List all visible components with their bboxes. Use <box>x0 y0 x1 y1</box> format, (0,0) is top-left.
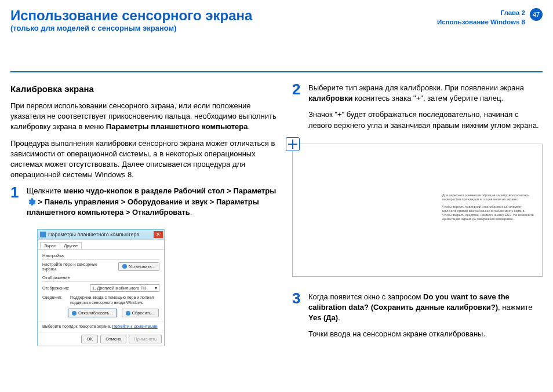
step-3-p2: Точки ввода на сенсорном экране откалибр… <box>308 329 543 339</box>
ok-button[interactable]: OK <box>81 335 98 343</box>
intro-paragraph-1: При первом использовании сенсорного экра… <box>10 101 277 133</box>
step-3-p1: Когда появится окно с запросом Do you wa… <box>308 292 543 324</box>
step-2-p2: Значок "+" будет отображаться последоват… <box>308 109 543 130</box>
chapter-block: Глава 2 Использование Windows 8 47 <box>437 8 543 27</box>
chapter-sub: Использование Windows 8 <box>437 17 525 27</box>
step-number: 1 <box>10 186 21 199</box>
calib-instruction-2: Чтобы вернуть последний откалиброванный … <box>442 205 535 222</box>
reset-button[interactable]: Сбросить... <box>122 309 159 317</box>
detail-text: Поддержка ввода с помощью пера и полная … <box>70 295 159 305</box>
page-header: Использование сенсорного экрана (только … <box>10 8 543 72</box>
setup-button[interactable]: Установить... <box>118 262 159 271</box>
left-column: Калибровка экрана При первом использован… <box>10 83 277 386</box>
step-number: 3 <box>292 292 303 305</box>
step-1-body: Щелкните меню чудо-кнопок в разделе Рабо… <box>27 186 277 224</box>
step-3: 3 Когда появится окно с запросом Do you … <box>292 292 543 346</box>
calibrate-button[interactable]: Откалибровать... <box>68 309 117 317</box>
shield-icon <box>126 311 130 316</box>
crosshair-icon <box>286 137 300 151</box>
calibration-screen: Для пересчета элементов образцов калибро… <box>292 144 543 277</box>
page-number: 47 <box>530 8 543 21</box>
apply-button[interactable]: Применить <box>129 335 162 343</box>
tablet-settings-dialog: Параметры планшетного компьютера ✕ Экран… <box>37 229 165 346</box>
right-column: 2 Выберите тип экрана для калибровки. Пр… <box>292 83 543 386</box>
dialog-app-icon <box>40 232 46 237</box>
step-2-p1: Выберите тип экрана для калибровки. При … <box>308 83 543 104</box>
dialog-title-text: Параметры планшетного компьютера <box>48 232 140 238</box>
tab-other[interactable]: Другие <box>60 242 82 249</box>
config-text: Настройте перо и сенсорные экраны. <box>42 262 100 272</box>
group-label-config: Настройка <box>42 253 159 258</box>
step-number: 2 <box>292 83 303 96</box>
group-label-display: Отображение <box>42 275 159 280</box>
cancel-button[interactable]: Отмена <box>100 335 126 343</box>
close-icon[interactable]: ✕ <box>154 231 163 238</box>
tab-screen[interactable]: Экран <box>40 242 60 249</box>
intro-paragraph-2: Процедура выполнения калибровки сенсорно… <box>10 138 277 181</box>
dialog-titlebar: Параметры планшетного компьютера ✕ <box>38 230 164 240</box>
chevron-down-icon: ▾ <box>155 285 157 291</box>
detail-label: Сведения: <box>42 295 68 305</box>
step-2: 2 Выберите тип экрана для калибровки. Пр… <box>292 83 543 137</box>
display-label: Отображение: <box>42 286 69 291</box>
chapter-label: Глава 2 <box>437 8 525 17</box>
step-1: 1 Щелкните меню чудо-кнопок в разделе Ра… <box>10 186 277 224</box>
rotation-text: Выберите порядок поворота экрана. Перейт… <box>42 324 159 329</box>
calib-instruction-1: Для пересчета элементов образцов калибро… <box>442 193 535 202</box>
orientation-link[interactable]: Перейти к ориентации <box>112 324 157 329</box>
page-subtitle: (только для моделей с сенсорным экраном) <box>10 23 252 34</box>
display-select[interactable]: 1. Дисплей мобильного ПК▾ <box>90 284 159 292</box>
shield-icon <box>122 264 127 269</box>
gear-icon <box>27 197 36 207</box>
page-title: Использование сенсорного экрана <box>10 8 252 23</box>
shield-icon <box>72 311 77 316</box>
section-heading: Калибровка экрана <box>10 83 277 95</box>
